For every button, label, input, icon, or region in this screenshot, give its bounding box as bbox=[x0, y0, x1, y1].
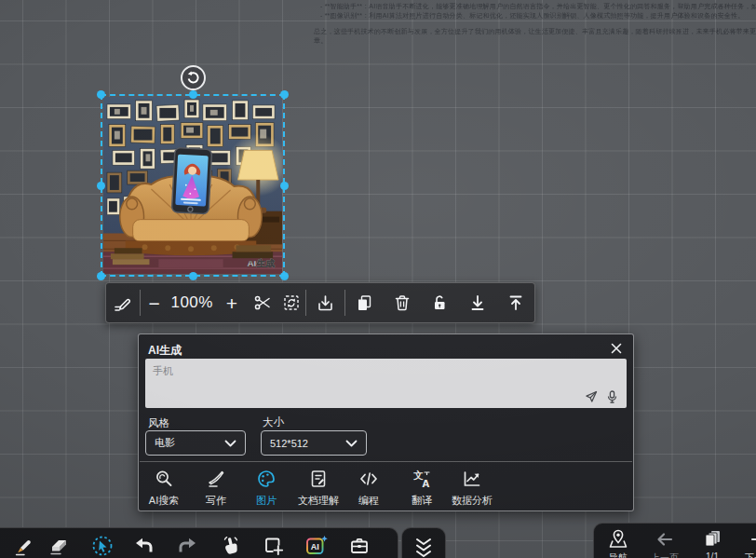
toolbox-icon bbox=[348, 535, 371, 557]
nav-previous-page-button[interactable]: 上一页 bbox=[641, 524, 688, 558]
panel-divider bbox=[140, 461, 632, 462]
bring-to-top-button[interactable] bbox=[496, 283, 534, 322]
delete-button[interactable] bbox=[383, 283, 421, 322]
tool-ai[interactable]: AI AI bbox=[296, 528, 337, 558]
close-icon bbox=[611, 343, 622, 354]
import-button[interactable] bbox=[306, 283, 344, 322]
size-dropdown[interactable]: 512*512 bbox=[261, 430, 367, 456]
tool-eraser[interactable]: 板擦 bbox=[38, 528, 79, 558]
nav-map-button[interactable]: 导航 bbox=[595, 524, 641, 558]
copy-button[interactable] bbox=[345, 283, 384, 322]
pen-icon bbox=[12, 535, 34, 557]
style-dropdown[interactable]: 电影 bbox=[145, 430, 246, 456]
chevron-down-icon bbox=[224, 440, 236, 447]
size-selected-value: 512*512 bbox=[270, 438, 345, 449]
chevron-down-icon bbox=[345, 440, 358, 447]
rotate-handle[interactable] bbox=[181, 65, 206, 90]
prompt-text: 手机 bbox=[153, 364, 173, 378]
crop-button[interactable] bbox=[248, 283, 278, 322]
eraser-icon bbox=[47, 535, 70, 557]
replace-image-icon bbox=[282, 293, 301, 312]
scissors-icon bbox=[253, 293, 272, 312]
style-selected-value: 电影 bbox=[155, 436, 224, 450]
panel-title: AI生成 bbox=[148, 343, 182, 359]
replace-image-button[interactable] bbox=[277, 283, 305, 322]
map-pin-icon bbox=[607, 528, 629, 551]
bring-to-top-icon bbox=[506, 293, 525, 312]
zoom-out-button[interactable]: − bbox=[141, 283, 169, 322]
unlock-icon bbox=[430, 293, 449, 312]
selection-handle[interactable] bbox=[189, 272, 197, 280]
ai-generated-watermark: AI生成 bbox=[247, 258, 275, 268]
nav-next-page-button[interactable]: 下一页 bbox=[736, 524, 756, 558]
palette-icon bbox=[256, 469, 277, 489]
select-cursor-icon bbox=[91, 535, 114, 557]
tool-select[interactable]: 选择 bbox=[82, 528, 123, 558]
tool-touch[interactable]: 单点 bbox=[210, 528, 251, 558]
nav-label: 1/1 bbox=[706, 551, 719, 558]
tab-label: 数据分析 bbox=[452, 494, 493, 508]
document-line: 章。 bbox=[314, 36, 327, 46]
code-icon bbox=[358, 469, 379, 489]
undo-icon bbox=[133, 535, 155, 557]
translate-icon: 文 A bbox=[412, 469, 432, 489]
chart-icon bbox=[462, 469, 482, 489]
tab-label: 图片 bbox=[256, 494, 277, 508]
selection-handle[interactable] bbox=[97, 90, 105, 99]
document-line: - **图像识别**：利用AI算法对照片进行自动分类、标记和优化，还能实现人脸识… bbox=[320, 11, 744, 20]
selection-handle[interactable] bbox=[280, 182, 289, 190]
tool-widgets[interactable]: 小工具 bbox=[339, 528, 380, 558]
main-toolbar: 智能笔 板擦 选择 撤销 bbox=[0, 527, 398, 558]
tool-redo[interactable]: 重做 bbox=[167, 528, 208, 558]
svg-text:A: A bbox=[423, 479, 430, 489]
import-box-icon bbox=[316, 293, 335, 313]
touch-icon bbox=[220, 535, 242, 557]
trash-icon bbox=[393, 293, 412, 312]
pages-icon bbox=[701, 528, 723, 551]
nav-label: 导航 bbox=[609, 551, 628, 558]
nav-label: 上一页 bbox=[651, 551, 679, 558]
tab-label: 写作 bbox=[206, 494, 226, 508]
send-to-bottom-button[interactable] bbox=[459, 283, 497, 322]
selection-handle[interactable] bbox=[189, 90, 197, 99]
edit-pen-icon bbox=[113, 293, 132, 313]
tool-undo[interactable]: 撤销 bbox=[124, 528, 165, 558]
arrow-right-icon bbox=[748, 528, 756, 551]
tab-label: AI搜索 bbox=[149, 494, 179, 508]
nav-page-indicator[interactable]: 1/1 bbox=[689, 524, 736, 558]
send-icon[interactable] bbox=[585, 390, 598, 403]
image-context-toolbar: − 100% + bbox=[105, 282, 535, 323]
send-to-bottom-icon bbox=[468, 293, 487, 312]
lock-button[interactable] bbox=[421, 283, 459, 322]
edit-annotate-button[interactable] bbox=[106, 283, 140, 322]
tab-data-analysis[interactable]: 数据分析 bbox=[435, 469, 509, 508]
tool-insert[interactable]: 插入 bbox=[253, 528, 294, 558]
close-button[interactable] bbox=[609, 341, 624, 356]
size-field-label: 大小 bbox=[263, 415, 284, 429]
insert-icon bbox=[263, 535, 285, 557]
triple-chevron-down-icon bbox=[412, 537, 435, 558]
zoom-in-button[interactable]: + bbox=[216, 283, 248, 322]
selection-handle[interactable] bbox=[97, 272, 105, 280]
ai-sparkle-icon: AI bbox=[304, 535, 329, 557]
document-icon bbox=[308, 469, 329, 489]
selected-image-frame[interactable]: AI生成 bbox=[101, 94, 285, 277]
document-line: - **智能助手**：AI语音助手不断进化，能够更准确地理解用户的自然语言指令，… bbox=[320, 2, 756, 11]
toolbar-collapse-button[interactable] bbox=[401, 527, 446, 558]
zoom-level-value: 100% bbox=[168, 283, 216, 322]
tab-label: 编程 bbox=[358, 494, 379, 508]
ai-generated-image: AI生成 bbox=[103, 97, 282, 274]
selection-handle[interactable] bbox=[280, 272, 289, 280]
nav-label: 下一页 bbox=[745, 551, 756, 558]
redo-icon bbox=[176, 535, 198, 557]
page-navigation-bar: 导航 上一页 1/1 下一页 bbox=[593, 523, 756, 558]
ai-prompt-input[interactable]: 手机 bbox=[145, 359, 627, 408]
svg-text:AI: AI bbox=[311, 542, 319, 551]
ai-generate-panel: AI生成 手机 风格 大小 电影 512*512 bbox=[138, 333, 634, 511]
tab-label: 翻译 bbox=[412, 494, 432, 508]
selection-handle[interactable] bbox=[97, 182, 105, 190]
copy-icon bbox=[355, 293, 373, 312]
microphone-icon[interactable] bbox=[606, 390, 618, 403]
selection-handle[interactable] bbox=[280, 90, 289, 99]
document-line: 总之，这些手机技术的不断创新与发展，全方位提升了我们的用机体验，让生活更加便捷、… bbox=[314, 27, 756, 36]
